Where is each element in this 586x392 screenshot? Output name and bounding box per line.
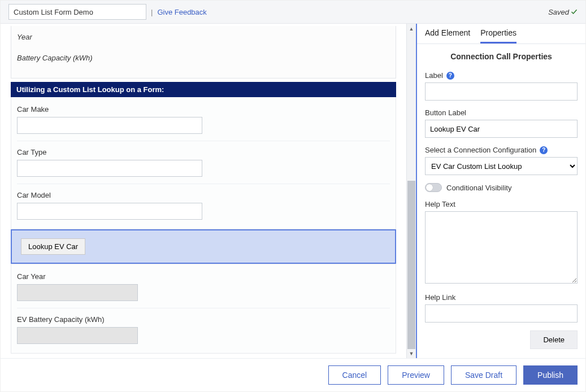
input-car-model[interactable] [17,203,202,220]
input-car-type[interactable] [17,160,202,177]
form-block-readonly: Car Year EV Battery Capacity (kWh) [11,264,396,354]
footer: Cancel Preview Save Draft Publish [1,358,585,391]
scrollbar-thumb[interactable] [407,181,415,349]
input-car-year [17,284,138,301]
prop-label-text: Label [425,71,443,80]
form-block-main: Car Make Car Type Car Model [11,97,396,229]
field-ev-battery[interactable]: EV Battery Capacity (kWh) [17,308,390,344]
prop-config-group: Select a Connection Configuration ? EV C… [425,146,578,175]
scroll-down-icon[interactable]: ▼ [407,349,416,358]
prop-button-label-group: Button Label [425,108,578,138]
prop-button-label-text: Button Label [425,108,466,117]
field-car-make[interactable]: Car Make [17,105,390,134]
preview-button[interactable]: Preview [388,365,444,385]
scroll-up-icon[interactable]: ▲ [407,24,416,33]
conditional-visibility-toggle[interactable] [425,183,442,192]
ghost-field-block: Year Battery Capacity (kWh) [11,26,396,79]
lookup-ev-car-button[interactable]: Lookup EV Car [21,238,85,255]
topbar: | Give Feedback Saved [1,1,585,24]
prop-help-text-group: Help Text [425,200,578,285]
prop-config-text: Select a Connection Configuration [425,146,536,154]
properties-panel: Add Element Properties Connection Call P… [416,24,585,358]
section-header[interactable]: Utilizing a Custom List Lookup on a Form… [11,82,396,97]
panel-title: Connection Call Properties [425,52,578,61]
help-icon[interactable]: ? [540,146,548,154]
prop-config-label: Select a Connection Configuration ? [425,146,578,154]
prop-button-label-input[interactable] [425,120,578,138]
prop-button-label: Button Label [425,108,578,117]
form-title-input[interactable] [8,4,146,20]
tab-add-element[interactable]: Add Element [425,28,470,43]
label-car-model: Car Model [17,191,390,199]
saved-status: Saved [548,8,578,16]
conditional-visibility-label: Conditional Visibility [446,184,511,192]
tab-properties[interactable]: Properties [480,28,516,43]
delete-button[interactable]: Delete [530,330,578,349]
prop-help-link-text: Help Link [425,293,455,302]
form-canvas[interactable]: Year Battery Capacity (kWh) Utilizing a … [1,24,406,358]
prop-help-link-label: Help Link [425,293,578,302]
field-car-year[interactable]: Car Year [17,272,390,301]
prop-label-input[interactable] [425,82,578,101]
divider-pipe: | [151,8,153,16]
delete-row: Delete [425,330,578,349]
label-ev-battery: EV Battery Capacity (kWh) [17,315,390,324]
ghost-field-battery: Battery Capacity (kWh) [11,51,396,64]
prop-help-text-text: Help Text [425,200,455,208]
prop-config-select[interactable]: EV Car Custom List Lookup [425,157,578,175]
prop-help-link-input[interactable] [425,304,578,323]
canvas-scrollbar[interactable]: ▲ ▼ [406,24,416,358]
ghost-field-year: Year [11,31,396,43]
input-car-make[interactable] [17,117,202,134]
panel-tabs: Add Element Properties [417,24,585,44]
prop-label-group: Label ? [425,71,578,101]
label-car-type: Car Type [17,148,390,156]
canvas-wrap: Year Battery Capacity (kWh) Utilizing a … [1,24,416,358]
prop-help-text-label: Help Text [425,200,578,208]
prop-conditional-visibility: Conditional Visibility [425,183,578,192]
saved-label: Saved [548,8,569,16]
publish-button[interactable]: Publish [523,365,578,385]
cancel-button[interactable]: Cancel [328,365,381,385]
input-ev-battery [17,327,138,344]
app-root: | Give Feedback Saved Year Battery Capac… [0,0,586,392]
label-car-make: Car Make [17,105,390,114]
main-split: Year Battery Capacity (kWh) Utilizing a … [1,24,585,358]
give-feedback-link[interactable]: Give Feedback [157,8,206,16]
label-car-year: Car Year [17,272,390,281]
prop-help-link-group: Help Link [425,293,578,323]
prop-help-text-input[interactable] [425,211,578,284]
panel-body: Connection Call Properties Label ? Butto… [417,44,585,358]
help-icon[interactable]: ? [446,72,454,80]
field-car-type[interactable]: Car Type [17,141,390,177]
save-draft-button[interactable]: Save Draft [451,365,516,385]
selected-connection-call[interactable]: Lookup EV Car [11,229,396,264]
field-car-model[interactable]: Car Model [17,184,390,220]
prop-label-label: Label ? [425,71,578,80]
check-icon [571,8,578,15]
canvas-inner: Year Battery Capacity (kWh) Utilizing a … [1,24,406,354]
